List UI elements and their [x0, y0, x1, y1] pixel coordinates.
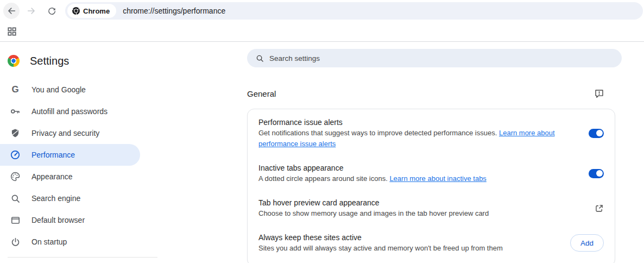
chrome-badge-label: Chrome	[83, 7, 110, 15]
shield-icon	[10, 128, 21, 139]
sidebar-item-autofill[interactable]: Autofill and passwords	[0, 101, 140, 122]
sidebar-menu: G You and Google Autofill and passwords …	[0, 79, 140, 253]
sidebar-item-label: Search engine	[31, 194, 80, 203]
sidebar-item-search-engine[interactable]: Search engine	[0, 187, 140, 209]
settings-main: General Performance issue alerts Get not…	[140, 42, 644, 263]
forward-arrow-icon	[27, 6, 36, 16]
setting-row-performance-issue-alerts: Performance issue alerts Get notificatio…	[248, 110, 615, 156]
sidebar-item-label: On startup	[31, 237, 67, 246]
sidebar-item-label: Appearance	[31, 172, 73, 181]
row-title: Inactive tabs appearance	[258, 162, 570, 173]
bookmarks-bar	[0, 22, 644, 42]
row-text: Always keep these sites active Sites you…	[258, 232, 570, 254]
row-text: Performance issue alerts Get notificatio…	[258, 117, 589, 149]
apps-shortcut-button[interactable]	[4, 24, 20, 39]
browser-window-icon	[10, 215, 21, 226]
feedback-icon	[594, 89, 604, 99]
sidebar-item-label: Default browser	[31, 216, 85, 224]
palette-icon	[10, 171, 21, 182]
general-settings-card: Performance issue alerts Get notificatio…	[247, 109, 615, 263]
sidebar-item-label: Performance	[31, 151, 75, 159]
reload-icon	[47, 7, 56, 16]
chrome-logo-mono-icon	[72, 7, 80, 15]
row-title: Performance issue alerts	[258, 117, 570, 128]
setting-row-inactive-tabs-appearance: Inactive tabs appearance A dotted circle…	[248, 156, 615, 191]
sidebar-item-appearance[interactable]: Appearance	[0, 166, 140, 187]
row-description-text: Get notifications that suggest ways to i…	[258, 129, 499, 137]
row-text: Tab hover preview card appearance Choose…	[258, 197, 595, 219]
back-arrow-icon	[7, 6, 16, 16]
row-description: Get notifications that suggest ways to i…	[258, 128, 570, 149]
sidebar-item-you-and-google[interactable]: G You and Google	[0, 79, 140, 101]
sidebar-item-label: Autofill and passwords	[31, 107, 108, 116]
chrome-logo-icon	[8, 55, 20, 67]
inactive-tabs-appearance-toggle[interactable]	[589, 169, 604, 178]
learn-more-link[interactable]: Learn more about inactive tabs	[389, 174, 487, 183]
settings-header: Settings	[0, 51, 140, 71]
open-subpage-button[interactable]	[595, 204, 604, 213]
sidebar-item-label: You and Google	[31, 85, 86, 94]
general-section-header: General	[247, 88, 615, 99]
row-description-text: A dotted circle appears around site icon…	[258, 174, 389, 183]
browser-toolbar: Chrome chrome://settings/performance	[0, 0, 644, 22]
speedometer-icon	[10, 149, 21, 160]
performance-issue-alerts-toggle[interactable]	[589, 129, 604, 138]
search-icon	[256, 54, 264, 62]
omnibox[interactable]: Chrome chrome://settings/performance	[65, 2, 643, 20]
row-description: Sites you add will always stay active an…	[258, 243, 552, 254]
external-link-icon	[595, 204, 604, 213]
google-g-icon: G	[10, 84, 21, 95]
settings-sidebar: Settings G You and Google Autofill and p…	[0, 42, 140, 263]
row-description: Choose to show memory usage and images i…	[258, 208, 576, 219]
sidebar-item-label: Privacy and security	[31, 129, 99, 137]
key-icon	[10, 106, 21, 117]
row-description: A dotted circle appears around site icon…	[258, 173, 570, 184]
search-settings-input[interactable]	[269, 54, 613, 62]
row-title: Tab hover preview card appearance	[258, 197, 576, 208]
search-icon	[10, 193, 21, 204]
sidebar-item-performance[interactable]: Performance	[0, 144, 140, 166]
setting-row-tab-hover-preview[interactable]: Tab hover preview card appearance Choose…	[248, 191, 615, 226]
settings-page: Settings G You and Google Autofill and p…	[0, 42, 644, 263]
row-text: Inactive tabs appearance A dotted circle…	[258, 162, 589, 184]
row-title: Always keep these sites active	[258, 232, 552, 243]
forward-button[interactable]	[23, 3, 40, 19]
back-button[interactable]	[3, 3, 20, 19]
page-title: Settings	[30, 55, 69, 67]
chrome-settings-window: Chrome chrome://settings/performance Set…	[0, 0, 644, 263]
sidebar-divider	[8, 257, 157, 258]
send-feedback-button[interactable]	[594, 89, 604, 99]
url-text[interactable]: chrome://settings/performance	[123, 7, 225, 15]
power-icon	[10, 236, 21, 247]
section-title: General	[247, 89, 276, 98]
sidebar-item-privacy[interactable]: Privacy and security	[0, 122, 140, 144]
chrome-site-badge[interactable]: Chrome	[67, 4, 116, 18]
search-settings-bar[interactable]	[247, 49, 622, 67]
sidebar-item-default-browser[interactable]: Default browser	[0, 209, 140, 231]
apps-grid-icon	[8, 27, 16, 36]
sidebar-item-on-startup[interactable]: On startup	[0, 231, 140, 253]
reload-button[interactable]	[43, 3, 60, 19]
add-site-button[interactable]: Add	[570, 234, 604, 252]
setting-row-always-keep-sites-active: Always keep these sites active Sites you…	[248, 226, 615, 260]
